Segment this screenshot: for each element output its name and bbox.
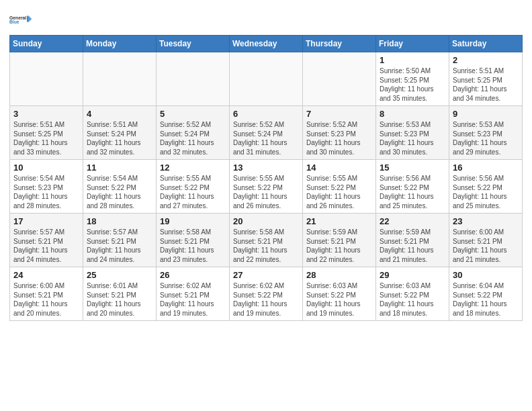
calendar-week-3: 10Sunrise: 5:54 AM Sunset: 5:23 PM Dayli… [10, 160, 523, 214]
calendar-cell: 21Sunrise: 5:59 AM Sunset: 5:21 PM Dayli… [303, 214, 376, 267]
day-number: 18 [87, 216, 152, 226]
day-info: Sunrise: 5:52 AM Sunset: 5:24 PM Dayligh… [233, 120, 299, 156]
svg-text:General: General [9, 15, 26, 20]
day-number: 19 [160, 216, 226, 226]
calendar-cell: 3Sunrise: 5:51 AM Sunset: 5:25 PM Daylig… [10, 106, 83, 160]
calendar-cell: 4Sunrise: 5:51 AM Sunset: 5:24 PM Daylig… [83, 106, 157, 160]
day-info: Sunrise: 6:03 AM Sunset: 5:22 PM Dayligh… [306, 281, 372, 318]
calendar-week-5: 24Sunrise: 6:00 AM Sunset: 5:21 PM Dayli… [10, 267, 523, 321]
calendar-cell: 17Sunrise: 5:57 AM Sunset: 5:21 PM Dayli… [10, 214, 83, 267]
calendar-cell [303, 52, 376, 106]
day-info: Sunrise: 6:01 AM Sunset: 5:21 PM Dayligh… [87, 281, 152, 318]
weekday-header-sunday: Sunday [10, 36, 83, 52]
calendar-cell: 28Sunrise: 6:03 AM Sunset: 5:22 PM Dayli… [303, 267, 376, 321]
calendar-cell: 19Sunrise: 5:58 AM Sunset: 5:21 PM Dayli… [157, 214, 230, 267]
day-info: Sunrise: 5:51 AM Sunset: 5:25 PM Dayligh… [453, 66, 519, 103]
day-info: Sunrise: 5:58 AM Sunset: 5:21 PM Dayligh… [160, 228, 226, 264]
calendar-cell: 27Sunrise: 6:02 AM Sunset: 5:22 PM Dayli… [230, 267, 303, 321]
weekday-header-saturday: Saturday [449, 36, 523, 52]
day-number: 7 [306, 109, 372, 119]
day-info: Sunrise: 6:02 AM Sunset: 5:22 PM Dayligh… [233, 281, 299, 318]
day-info: Sunrise: 5:53 AM Sunset: 5:23 PM Dayligh… [380, 120, 445, 156]
day-info: Sunrise: 6:04 AM Sunset: 5:22 PM Dayligh… [453, 281, 519, 318]
day-number: 1 [380, 55, 445, 65]
calendar-cell [83, 52, 157, 106]
calendar-cell: 25Sunrise: 6:01 AM Sunset: 5:21 PM Dayli… [83, 267, 157, 321]
calendar-cell: 26Sunrise: 6:02 AM Sunset: 5:21 PM Dayli… [157, 267, 230, 321]
calendar-week-1: 1Sunrise: 5:50 AM Sunset: 5:25 PM Daylig… [10, 52, 523, 106]
calendar-cell: 6Sunrise: 5:52 AM Sunset: 5:24 PM Daylig… [230, 106, 303, 160]
day-number: 11 [87, 163, 152, 173]
day-info: Sunrise: 5:55 AM Sunset: 5:22 PM Dayligh… [233, 174, 299, 210]
svg-text:Blue: Blue [9, 19, 19, 24]
calendar-cell: 29Sunrise: 6:03 AM Sunset: 5:22 PM Dayli… [376, 267, 449, 321]
calendar-cell: 24Sunrise: 6:00 AM Sunset: 5:21 PM Dayli… [10, 267, 83, 321]
day-info: Sunrise: 5:54 AM Sunset: 5:23 PM Dayligh… [13, 174, 79, 210]
page: GeneralBlue SundayMondayTuesdayWednesday… [0, 0, 532, 330]
weekday-header-friday: Friday [376, 36, 449, 52]
day-info: Sunrise: 5:53 AM Sunset: 5:23 PM Dayligh… [453, 120, 519, 156]
weekday-header-thursday: Thursday [303, 36, 376, 52]
day-info: Sunrise: 5:57 AM Sunset: 5:21 PM Dayligh… [13, 228, 79, 264]
day-number: 16 [453, 163, 519, 173]
logo-icon: GeneralBlue [9, 9, 34, 31]
day-number: 3 [13, 109, 79, 119]
day-number: 20 [233, 216, 299, 226]
day-number: 10 [13, 163, 79, 173]
calendar-cell: 30Sunrise: 6:04 AM Sunset: 5:22 PM Dayli… [449, 267, 523, 321]
calendar-cell: 9Sunrise: 5:53 AM Sunset: 5:23 PM Daylig… [449, 106, 523, 160]
calendar: SundayMondayTuesdayWednesdayThursdayFrid… [9, 35, 523, 321]
calendar-cell: 13Sunrise: 5:55 AM Sunset: 5:22 PM Dayli… [230, 160, 303, 214]
calendar-cell: 20Sunrise: 5:58 AM Sunset: 5:21 PM Dayli… [230, 214, 303, 267]
weekday-header-tuesday: Tuesday [157, 36, 230, 52]
logo: GeneralBlue [9, 9, 36, 31]
day-number: 25 [87, 270, 152, 280]
day-number: 27 [233, 270, 299, 280]
calendar-cell: 2Sunrise: 5:51 AM Sunset: 5:25 PM Daylig… [449, 52, 523, 106]
day-number: 24 [13, 270, 79, 280]
day-number: 8 [380, 109, 445, 119]
calendar-cell: 18Sunrise: 5:57 AM Sunset: 5:21 PM Dayli… [83, 214, 157, 267]
day-info: Sunrise: 5:51 AM Sunset: 5:24 PM Dayligh… [87, 120, 152, 156]
day-info: Sunrise: 5:56 AM Sunset: 5:22 PM Dayligh… [453, 174, 519, 210]
day-info: Sunrise: 6:00 AM Sunset: 5:21 PM Dayligh… [13, 281, 79, 318]
day-info: Sunrise: 5:52 AM Sunset: 5:23 PM Dayligh… [306, 120, 372, 156]
calendar-cell: 10Sunrise: 5:54 AM Sunset: 5:23 PM Dayli… [10, 160, 83, 214]
calendar-cell: 16Sunrise: 5:56 AM Sunset: 5:22 PM Dayli… [449, 160, 523, 214]
day-info: Sunrise: 5:56 AM Sunset: 5:22 PM Dayligh… [380, 174, 445, 210]
calendar-cell: 15Sunrise: 5:56 AM Sunset: 5:22 PM Dayli… [376, 160, 449, 214]
calendar-cell: 11Sunrise: 5:54 AM Sunset: 5:22 PM Dayli… [83, 160, 157, 214]
day-number: 4 [87, 109, 152, 119]
day-number: 21 [306, 216, 372, 226]
calendar-cell [230, 52, 303, 106]
day-number: 6 [233, 109, 299, 119]
day-number: 13 [233, 163, 299, 173]
day-info: Sunrise: 6:00 AM Sunset: 5:21 PM Dayligh… [453, 228, 519, 264]
day-number: 22 [380, 216, 445, 226]
day-number: 12 [160, 163, 226, 173]
header: GeneralBlue [9, 7, 523, 31]
calendar-cell: 23Sunrise: 6:00 AM Sunset: 5:21 PM Dayli… [449, 214, 523, 267]
calendar-cell: 8Sunrise: 5:53 AM Sunset: 5:23 PM Daylig… [376, 106, 449, 160]
day-info: Sunrise: 5:59 AM Sunset: 5:21 PM Dayligh… [306, 228, 372, 264]
calendar-cell [10, 52, 83, 106]
day-info: Sunrise: 5:51 AM Sunset: 5:25 PM Dayligh… [13, 120, 79, 156]
day-info: Sunrise: 5:58 AM Sunset: 5:21 PM Dayligh… [233, 228, 299, 264]
calendar-week-2: 3Sunrise: 5:51 AM Sunset: 5:25 PM Daylig… [10, 106, 523, 160]
day-info: Sunrise: 5:50 AM Sunset: 5:25 PM Dayligh… [380, 66, 445, 103]
weekday-header-wednesday: Wednesday [230, 36, 303, 52]
weekday-header-monday: Monday [83, 36, 157, 52]
calendar-cell: 22Sunrise: 5:59 AM Sunset: 5:21 PM Dayli… [376, 214, 449, 267]
calendar-cell: 1Sunrise: 5:50 AM Sunset: 5:25 PM Daylig… [376, 52, 449, 106]
calendar-week-4: 17Sunrise: 5:57 AM Sunset: 5:21 PM Dayli… [10, 214, 523, 267]
day-number: 15 [380, 163, 445, 173]
day-number: 29 [380, 270, 445, 280]
day-info: Sunrise: 5:54 AM Sunset: 5:22 PM Dayligh… [87, 174, 152, 210]
calendar-cell: 14Sunrise: 5:55 AM Sunset: 5:22 PM Dayli… [303, 160, 376, 214]
day-number: 23 [453, 216, 519, 226]
day-info: Sunrise: 6:03 AM Sunset: 5:22 PM Dayligh… [380, 281, 445, 318]
day-number: 28 [306, 270, 372, 280]
calendar-cell: 5Sunrise: 5:52 AM Sunset: 5:24 PM Daylig… [157, 106, 230, 160]
day-number: 30 [453, 270, 519, 280]
day-info: Sunrise: 5:55 AM Sunset: 5:22 PM Dayligh… [306, 174, 372, 210]
